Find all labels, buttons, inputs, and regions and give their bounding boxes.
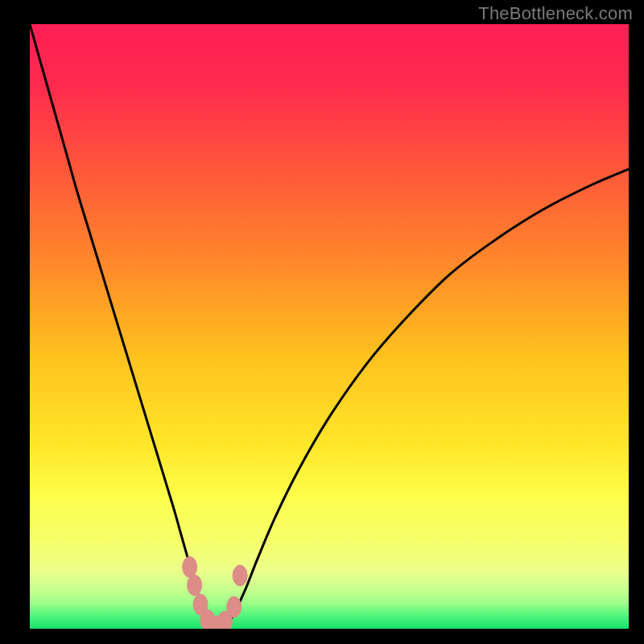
bottleneck-curve [30, 24, 629, 629]
curve-marker [233, 565, 247, 586]
chart-frame: TheBottleneck.com [0, 0, 644, 644]
curve-marker [188, 575, 202, 596]
curve-marker [227, 597, 242, 617]
plot-area [30, 24, 629, 629]
watermark-text: TheBottleneck.com [478, 3, 633, 24]
